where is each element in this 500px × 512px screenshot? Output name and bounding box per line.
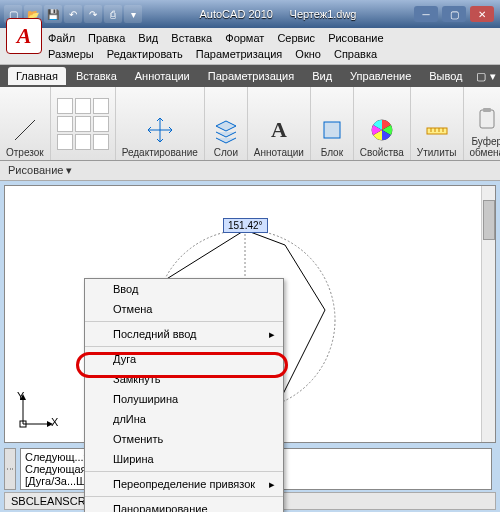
- menu-view[interactable]: Вид: [138, 30, 158, 46]
- panel-annotation-label: Аннотации: [254, 147, 304, 158]
- status-sbcleanscr[interactable]: SBCLEANSCR: [11, 495, 86, 507]
- qat-redo-icon[interactable]: ↷: [84, 5, 102, 23]
- tab-insert[interactable]: Вставка: [68, 67, 125, 85]
- menu-format[interactable]: Формат: [225, 30, 264, 46]
- ucs-icon: Y X: [15, 392, 55, 432]
- ctx-close[interactable]: Замкнуть: [85, 369, 283, 389]
- ribbon-tabs: Главная Вставка Аннотации Параметризация…: [0, 65, 500, 87]
- draw-tool-icon[interactable]: [93, 98, 109, 114]
- text-icon: A: [264, 115, 294, 145]
- color-wheel-icon: [367, 115, 397, 145]
- draw-tool-icon[interactable]: [75, 116, 91, 132]
- vertical-scrollbar[interactable]: [481, 186, 495, 442]
- classic-menu-row-1: Файл Правка Вид Вставка Формат Сервис Ри…: [48, 30, 496, 46]
- menu-draw[interactable]: Рисование: [328, 30, 383, 46]
- drawing-panel-dropdown[interactable]: Рисование ▾: [8, 164, 72, 177]
- menu-window[interactable]: Окно: [295, 46, 321, 62]
- ribbon-collapse-icon[interactable]: ▢: [476, 70, 486, 83]
- svg-line-0: [15, 120, 35, 140]
- panel-layers[interactable]: Слои: [205, 87, 248, 160]
- ctx-cancel[interactable]: Отмена: [85, 299, 283, 319]
- menu-modify[interactable]: Редактировать: [107, 46, 183, 62]
- context-menu: Ввод Отмена Последний ввод▸ Дуга Замкнут…: [84, 278, 284, 512]
- clipboard-icon: [472, 104, 500, 134]
- ctx-recent-input[interactable]: Последний ввод▸: [85, 321, 283, 344]
- ucs-x-label: X: [51, 416, 58, 428]
- ctx-enter[interactable]: Ввод: [85, 279, 283, 299]
- panel-properties-label: Свойства: [360, 147, 404, 158]
- panel-clipboard[interactable]: Буфер обмена: [464, 87, 501, 160]
- panel-annotation[interactable]: A Аннотации: [248, 87, 311, 160]
- draw-tool-icon[interactable]: [93, 116, 109, 132]
- panel-line-label: Отрезок: [6, 147, 44, 158]
- draw-tool-icon[interactable]: [57, 98, 73, 114]
- draw-tool-icon[interactable]: [75, 98, 91, 114]
- ctx-width[interactable]: Ширина: [85, 449, 283, 469]
- menu-help[interactable]: Справка: [334, 46, 377, 62]
- panel-layers-label: Слои: [214, 147, 238, 158]
- classic-menu-row-2: Размеры Редактировать Параметризация Окн…: [48, 46, 496, 62]
- svg-rect-4: [427, 128, 447, 134]
- minimize-button[interactable]: ─: [414, 6, 438, 22]
- menu-tools[interactable]: Сервис: [277, 30, 315, 46]
- command-line-handle[interactable]: ⋮: [4, 448, 16, 490]
- document-name: Чертеж1.dwg: [290, 8, 357, 20]
- menu-file[interactable]: Файл: [48, 30, 75, 46]
- ctx-recent-input-label: Последний ввод: [113, 328, 197, 340]
- menu-parametric[interactable]: Параметризация: [196, 46, 282, 62]
- ctx-halfwidth[interactable]: Полуширина: [85, 389, 283, 409]
- app-name: AutoCAD 2010: [199, 8, 272, 20]
- panel-line[interactable]: Отрезок: [0, 87, 51, 160]
- panel-utilities-label: Утилиты: [417, 147, 457, 158]
- ribbon-tools: ▢ ▾: [476, 70, 496, 83]
- submenu-arrow-icon: ▸: [269, 328, 275, 341]
- titlebar: ▢ 📂 💾 ↶ ↷ ⎙ ▾ AutoCAD 2010 Чертеж1.dwg ─…: [0, 0, 500, 28]
- panel-draw-tools: [51, 87, 116, 160]
- panel-utilities[interactable]: Утилиты: [411, 87, 464, 160]
- qat-print-icon[interactable]: ⎙: [104, 5, 122, 23]
- panel-modify[interactable]: Редактирование: [116, 87, 205, 160]
- qat-undo-icon[interactable]: ↶: [64, 5, 82, 23]
- scrollbar-thumb[interactable]: [483, 200, 495, 240]
- qat-save-icon[interactable]: 💾: [44, 5, 62, 23]
- draw-tool-icon[interactable]: [57, 134, 73, 150]
- tab-home[interactable]: Главная: [8, 67, 66, 85]
- draw-tool-icon[interactable]: [57, 116, 73, 132]
- ctx-arc[interactable]: Дуга: [85, 346, 283, 369]
- window-title: AutoCAD 2010 Чертеж1.dwg: [142, 7, 414, 21]
- ctx-snap-overrides[interactable]: Переопределение привязок▸: [85, 471, 283, 494]
- maximize-button[interactable]: ▢: [442, 6, 466, 22]
- tab-view[interactable]: Вид: [304, 67, 340, 85]
- tab-parametric[interactable]: Параметризация: [200, 67, 302, 85]
- menu-insert[interactable]: Вставка: [171, 30, 212, 46]
- tab-output[interactable]: Вывод: [421, 67, 470, 85]
- angle-readout: 151.42°: [223, 218, 268, 233]
- ctx-pan[interactable]: Панорамирование: [85, 496, 283, 512]
- panel-block[interactable]: Блок: [311, 87, 354, 160]
- line-icon: [10, 115, 40, 145]
- tab-annotate[interactable]: Аннотации: [127, 67, 198, 85]
- menu-dimension[interactable]: Размеры: [48, 46, 94, 62]
- application-menu-button[interactable]: A: [6, 18, 42, 54]
- draw-tool-icon[interactable]: [75, 134, 91, 150]
- panel-modify-label: Редактирование: [122, 147, 198, 158]
- ribbon-body: Отрезок Редактирование Слои A Аннотации …: [0, 87, 500, 161]
- window-controls: ─ ▢ ✕: [414, 6, 494, 22]
- panel-properties[interactable]: Свойства: [354, 87, 411, 160]
- ctx-length[interactable]: длИна: [85, 409, 283, 429]
- move-icon: [145, 115, 175, 145]
- ctx-undo[interactable]: Отменить: [85, 429, 283, 449]
- svg-rect-10: [483, 108, 491, 112]
- qat-more-icon[interactable]: ▾: [124, 5, 142, 23]
- menu-edit[interactable]: Правка: [88, 30, 125, 46]
- tab-manage[interactable]: Управление: [342, 67, 419, 85]
- measure-icon: [422, 115, 452, 145]
- close-button[interactable]: ✕: [470, 6, 494, 22]
- submenu-arrow-icon: ▸: [269, 478, 275, 491]
- autocad-logo-icon: A: [17, 23, 32, 49]
- ribbon-help-icon[interactable]: ▾: [490, 70, 496, 83]
- layers-icon: [211, 115, 241, 145]
- svg-rect-9: [480, 110, 494, 128]
- draw-tool-icon[interactable]: [93, 134, 109, 150]
- svg-rect-1: [324, 122, 340, 138]
